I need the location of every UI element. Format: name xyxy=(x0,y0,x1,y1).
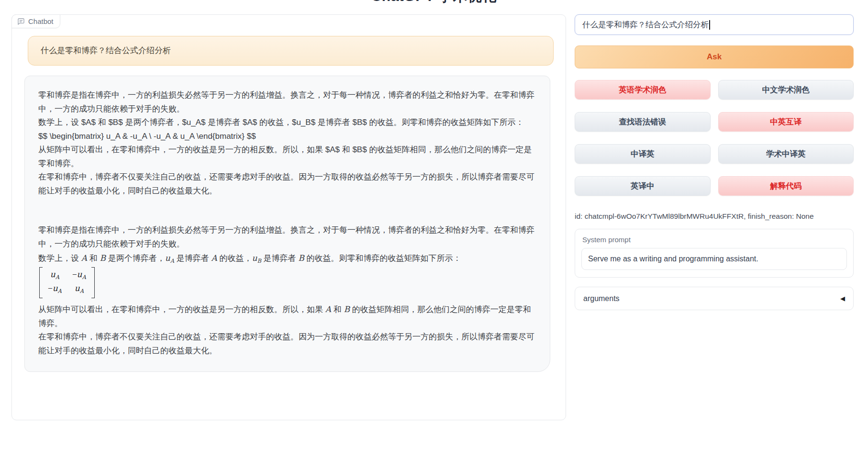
quick-action-button-en-to-zh[interactable]: 英译中 xyxy=(575,176,711,196)
bot-paragraph: 在零和博弈中，博弈者不仅要关注自己的收益，还需要考虑对手的收益。因为一方取得的收… xyxy=(38,330,536,358)
bot-paragraph: 零和博弈是指在博弈中，一方的利益损失必然等于另一方的利益增益。换言之，对于每一种… xyxy=(38,89,536,116)
response-id-text: id: chatcmpl-6wOo7KrYTwMl89lbrMWRu4UkFFX… xyxy=(575,212,854,221)
quick-action-button-academic-zh-en[interactable]: 学术中译英 xyxy=(718,144,854,164)
question-input[interactable]: 什么是零和博弈？结合公式介绍分析 xyxy=(575,14,854,35)
page-title: ChatGPT 学术优化 xyxy=(0,0,868,3)
control-column: 什么是零和博弈？结合公式介绍分析 Ask 英语学术润色 中文学术润色 查找语法错… xyxy=(575,14,854,420)
speech-bubble-icon xyxy=(17,18,25,25)
quick-action-button-english-polish[interactable]: 英语学术润色 xyxy=(575,80,711,100)
text-caret xyxy=(709,20,710,30)
paragraph-gap xyxy=(38,198,536,224)
bot-message-bubble: 零和博弈是指在博弈中，一方的利益损失必然等于另一方的利益增益。换言之，对于每一种… xyxy=(24,76,550,372)
question-input-value: 什么是零和博弈？结合公式介绍分析 xyxy=(582,20,709,30)
system-prompt-value: Serve me as a writing and programming as… xyxy=(588,255,758,263)
page-title-clipped: ChatGPT 学术优化 xyxy=(0,0,868,5)
ask-button[interactable]: Ask xyxy=(575,45,854,68)
arguments-accordion[interactable]: arguments ◀ xyxy=(575,287,854,310)
bot-paragraph-latex-source: $$ \begin{bmatrix} u_A & -u_A \ -u_A & u… xyxy=(38,130,536,144)
user-message-bubble: 什么是零和博弈？结合公式介绍分析 xyxy=(28,36,554,66)
matrix-cell: −uA xyxy=(48,283,62,296)
matrix-right-bracket xyxy=(91,267,95,298)
arguments-label: arguments xyxy=(583,294,620,303)
bot-paragraph-math: 从矩阵中可以看出，在零和博弈中，一方的收益是另一方的相反数。所以，如果 A 和 … xyxy=(38,303,536,330)
quick-action-button-explain-code[interactable]: 解释代码 xyxy=(718,176,854,196)
left-triangle-icon: ◀ xyxy=(840,295,845,302)
matrix-left-bracket xyxy=(39,267,43,298)
matrix-cell: uA xyxy=(72,283,86,296)
quick-action-button-grammar-check[interactable]: 查找语法错误 xyxy=(575,112,711,132)
quick-action-button-zh-to-en[interactable]: 中译英 xyxy=(575,144,711,164)
bot-paragraph: 数学上，设 $A$ 和 $B$ 是两个博弈者，$u_A$ 是博弈者 $A$ 的收… xyxy=(38,116,536,130)
quick-action-grid: 英语学术润色 中文学术润色 查找语法错误 中英互译 中译英 学术中译英 英译中 … xyxy=(575,80,854,196)
bot-paragraph: 在零和博弈中，博弈者不仅要关注自己的收益，还需要考虑对手的收益。因为一方取得的收… xyxy=(38,170,536,198)
formula-matrix: uA−uA−uAuA xyxy=(38,266,536,303)
quick-action-button-chinese-polish[interactable]: 中文学术润色 xyxy=(718,80,854,100)
bot-paragraph: 从矩阵中可以看出，在零和博弈中，一方的收益是另一方的相反数。所以，如果 $A$ … xyxy=(38,143,536,170)
chatbot-label: Chatbot xyxy=(28,17,54,25)
bot-paragraph: 零和博弈是指在博弈中，一方的利益损失必然等于另一方的利益增益。换言之，对于每一种… xyxy=(38,224,536,251)
chat-messages: 什么是零和博弈？结合公式介绍分析 零和博弈是指在博弈中，一方的利益损失必然等于另… xyxy=(12,15,566,372)
system-prompt-label: System prompt xyxy=(582,236,847,244)
system-prompt-group: System prompt Serve me as a writing and … xyxy=(575,229,854,278)
matrix-cell: −uA xyxy=(72,269,86,282)
matrix-cell: uA xyxy=(48,269,62,282)
chatbot-label-tab: Chatbot xyxy=(11,14,60,28)
chatbot-panel: Chatbot 什么是零和博弈？结合公式介绍分析 零和博弈是指在博弈中，一方的利… xyxy=(11,14,566,420)
main-row: Chatbot 什么是零和博弈？结合公式介绍分析 零和博弈是指在博弈中，一方的利… xyxy=(0,5,868,420)
system-prompt-input[interactable]: Serve me as a writing and programming as… xyxy=(581,248,847,270)
quick-action-button-zh-en-mutual[interactable]: 中英互译 xyxy=(718,112,854,132)
bot-paragraph-math: 数学上，设 A 和 B 是两个博弈者，uA 是博弈者 A 的收益，uB 是博弈者… xyxy=(38,251,536,266)
